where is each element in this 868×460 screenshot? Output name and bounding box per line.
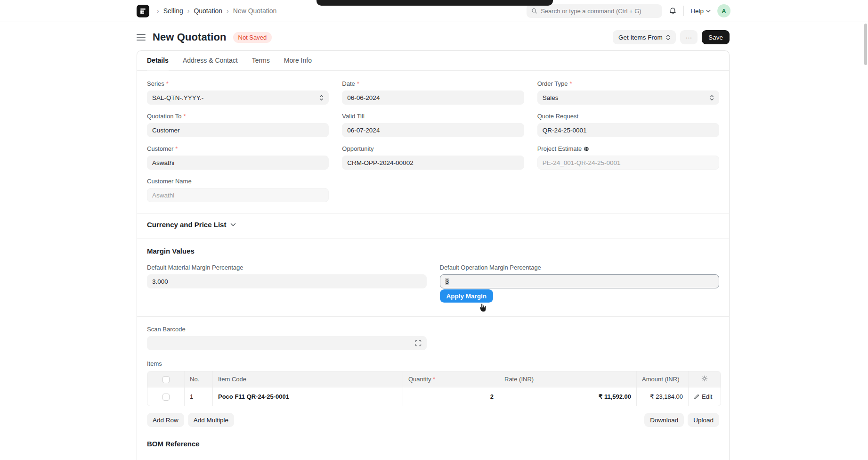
valid-till-label: Valid Till: [342, 113, 364, 120]
required-marker: *: [569, 80, 572, 87]
field-material-margin: Default Material Margin Percentage 3.000: [147, 264, 427, 303]
add-row-button[interactable]: Add Row: [147, 413, 184, 427]
navbar-right: Help A: [527, 4, 730, 18]
select-chevrons-icon: [319, 95, 324, 101]
global-search[interactable]: [527, 4, 662, 18]
globe-icon: [584, 146, 589, 152]
quote-request-input[interactable]: QR-24-25-0001: [537, 123, 719, 137]
field-scan-barcode: Scan Barcode: [147, 326, 427, 350]
customer-name-value: Aswathi: [147, 188, 329, 202]
tab-address-contact[interactable]: Address & Contact: [183, 51, 238, 70]
row-checkbox[interactable]: [162, 394, 170, 401]
select-chevrons-icon: [710, 95, 714, 101]
series-select[interactable]: SAL-QTN-.YYYY.-: [147, 90, 329, 105]
field-date: Date* 06-06-2024: [342, 80, 524, 105]
download-button[interactable]: Download: [644, 413, 684, 427]
scan-icon[interactable]: [415, 340, 422, 346]
page-header: New Quotation Not Saved Get Items From ·…: [0, 22, 868, 44]
section-divider: [137, 238, 729, 238]
date-input[interactable]: 06-06-2024: [342, 90, 524, 105]
tab-more-info[interactable]: More Info: [284, 51, 312, 70]
order-type-label: Order Type: [537, 80, 568, 87]
help-menu[interactable]: Help: [690, 8, 711, 15]
screen-notch-bar: [316, 0, 553, 6]
items-table-header-row: No. Item Code Quantity * Rate (INR) Amou…: [147, 371, 721, 387]
search-icon: [531, 8, 537, 14]
avatar-letter: A: [722, 8, 726, 15]
quotation-to-label: Quotation To: [147, 113, 181, 120]
add-multiple-button[interactable]: Add Multiple: [188, 413, 234, 427]
customer-name-label: Customer Name: [147, 178, 192, 185]
gear-icon[interactable]: [701, 375, 708, 382]
field-quote-request: Quote Request QR-24-25-0001: [537, 113, 719, 137]
field-customer-name: Customer Name Aswathi: [147, 178, 329, 202]
items-table: No. Item Code Quantity * Rate (INR) Amou…: [147, 371, 721, 406]
field-order-type: Order Type* Sales: [537, 80, 719, 105]
field-series: Series* SAL-QTN-.YYYY.-: [147, 80, 329, 105]
bom-reference-title: BOM Reference: [147, 440, 719, 448]
field-project-estimate: Project Estimate PE-24_001-QR-24-25-0001: [537, 145, 719, 170]
help-label: Help: [690, 8, 704, 15]
breadcrumb-quotation[interactable]: Quotation: [194, 7, 222, 15]
erpnext-logo-icon: [139, 8, 146, 15]
row-edit-button[interactable]: Edit: [694, 393, 715, 400]
upload-button[interactable]: Upload: [688, 413, 719, 427]
project-estimate-value: PE-24_001-QR-24-25-0001: [537, 156, 719, 170]
ellipsis-icon: ···: [686, 34, 692, 41]
col-no: No.: [184, 371, 212, 387]
search-input[interactable]: [541, 8, 657, 15]
field-valid-till: Valid Till 06-07-2024: [342, 113, 524, 137]
apply-margin-button[interactable]: Apply Margin: [440, 289, 494, 303]
sidebar-toggle-icon[interactable]: [137, 34, 146, 41]
operation-margin-label: Default Operation Margin Percentage: [440, 264, 541, 271]
field-quotation-to: Quotation To* Customer: [147, 113, 329, 137]
quotation-to-input[interactable]: Customer: [147, 123, 329, 137]
field-operation-margin: Default Operation Margin Percentage 3 Ap…: [440, 264, 720, 303]
currency-section-title: Currency and Price List: [147, 221, 226, 229]
valid-till-input[interactable]: 06-07-2024: [342, 123, 524, 137]
notifications-button[interactable]: [669, 7, 677, 15]
select-chevrons-icon: [666, 34, 670, 41]
row-quantity[interactable]: 2: [403, 387, 499, 406]
breadcrumb-new-quotation: New Quotation: [233, 7, 277, 15]
material-margin-input[interactable]: 3.000: [147, 274, 427, 288]
opportunity-label: Opportunity: [342, 145, 373, 152]
row-item-code[interactable]: Poco F11 QR-24-25-0001: [212, 387, 403, 406]
tab-terms[interactable]: Terms: [252, 51, 270, 70]
margin-values-title: Margin Values: [147, 247, 719, 255]
menu-button[interactable]: ···: [680, 30, 698, 44]
field-opportunity: Opportunity CRM-OPP-2024-00002: [342, 145, 524, 170]
breadcrumb: › Selling › Quotation › New Quotation: [157, 7, 276, 15]
form-card: Details Address & Contact Terms More Inf…: [137, 50, 730, 460]
table-actions: Add Row Add Multiple Download Upload: [147, 413, 719, 427]
row-amount: ₹ 23,184.00: [636, 387, 688, 406]
order-type-select[interactable]: Sales: [537, 90, 719, 105]
save-button[interactable]: Save: [702, 30, 730, 44]
row-number: 1: [184, 387, 212, 406]
row-rate[interactable]: ₹ 11,592.00: [499, 387, 636, 406]
get-items-from-label: Get Items From: [618, 34, 663, 41]
pencil-icon: [694, 394, 699, 400]
scan-barcode-input[interactable]: [147, 336, 427, 350]
user-avatar[interactable]: A: [717, 4, 730, 17]
app-logo[interactable]: [137, 5, 149, 17]
items-table-row[interactable]: 1 Poco F11 QR-24-25-0001 2 ₹ 11,592.00 ₹…: [147, 387, 721, 406]
breadcrumb-selling[interactable]: Selling: [163, 7, 183, 15]
opportunity-input[interactable]: CRM-OPP-2024-00002: [342, 156, 524, 170]
get-items-from-button[interactable]: Get Items From: [613, 30, 676, 44]
items-label: Items: [147, 360, 162, 367]
page-scrollbar[interactable]: [864, 24, 867, 65]
col-rate: Rate (INR): [499, 371, 636, 387]
operation-margin-input[interactable]: 3: [440, 274, 720, 288]
tab-details[interactable]: Details: [147, 51, 169, 70]
section-currency-price-list[interactable]: Currency and Price List: [147, 214, 719, 235]
page: › Selling › Quotation › New Quotation: [0, 0, 868, 460]
breadcrumb-separator: ›: [157, 7, 159, 15]
material-margin-label: Default Material Margin Percentage: [147, 264, 243, 271]
customer-input[interactable]: Aswathi: [147, 156, 329, 170]
select-all-checkbox[interactable]: [162, 376, 170, 383]
field-customer: Customer* Aswathi: [147, 145, 329, 170]
chevron-down-icon: [706, 9, 711, 13]
breadcrumb-separator: ›: [227, 7, 229, 15]
section-divider: [137, 316, 729, 317]
